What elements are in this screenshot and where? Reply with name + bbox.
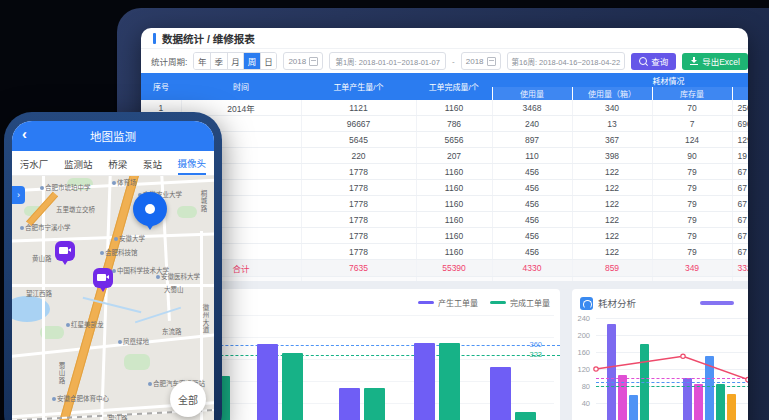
search-icon bbox=[639, 57, 647, 65]
phone-header: ‹ 地图监测 bbox=[12, 121, 214, 151]
col-group-consumables: 耗材情况 bbox=[492, 73, 748, 87]
selected-location-pin[interactable] bbox=[133, 192, 167, 226]
back-icon[interactable]: ‹ bbox=[22, 125, 27, 142]
y-axis-tick: 40 bbox=[572, 399, 590, 408]
phone-tab-监测站[interactable]: 监测站 bbox=[64, 153, 93, 174]
map-view[interactable]: › 全部 合肥市琥珀中学体育场安徽农业大学五里墩立交桥桐城路合肥市宁溪小学安徽大… bbox=[12, 176, 214, 420]
camera-marker[interactable] bbox=[93, 268, 113, 288]
calendar-icon bbox=[309, 57, 318, 66]
table-row: 177811604561227967 bbox=[141, 244, 748, 260]
y-axis-tick: 240 bbox=[572, 314, 590, 323]
reference-label: 360 bbox=[529, 340, 542, 349]
start-year-select[interactable]: 2018 bbox=[283, 52, 323, 70]
reference-line bbox=[596, 382, 748, 383]
breadcrumb-text: 数据统计 / 维修报表 bbox=[162, 31, 255, 46]
bar[interactable] bbox=[727, 394, 736, 420]
map-label: 凤凰绿地 bbox=[118, 336, 149, 346]
map-label: 合肥市琥珀中学 bbox=[40, 182, 91, 192]
bar[interactable] bbox=[282, 353, 303, 420]
period-option-日[interactable]: 日 bbox=[261, 53, 277, 69]
bar[interactable] bbox=[716, 384, 725, 420]
table-row: 177811604561227967 bbox=[141, 164, 748, 180]
phone-tab-摄像头[interactable]: 摄像头 bbox=[178, 152, 207, 175]
export-excel-button[interactable]: 导出Excel bbox=[682, 53, 748, 70]
map-label: 体育场 bbox=[112, 177, 137, 187]
period-option-年[interactable]: 年 bbox=[194, 53, 211, 69]
reference-line bbox=[596, 386, 748, 387]
table-row: 177811604561227967 bbox=[141, 212, 748, 228]
filter-bar: 统计周期: 年季月周日 2018 第1周: 2018-01-01~2018-01… bbox=[141, 49, 748, 73]
workorder-chart-legend[interactable]: 产生工单量完成工单量 bbox=[418, 297, 550, 308]
reference-label: 323 bbox=[529, 350, 542, 359]
map-river bbox=[135, 307, 181, 324]
phone-screen: ‹ 地图监测 污水厂监测站桥梁泵站摄像头 › bbox=[12, 121, 214, 420]
gridline bbox=[596, 352, 748, 353]
map-label: 合肥市宁溪小学 bbox=[20, 222, 71, 232]
camera-marker[interactable] bbox=[55, 241, 75, 261]
y-axis-tick: 120 bbox=[572, 365, 590, 374]
report-table: 序号 时间 工单产生量/个 工单完成量/个 耗材情况 使用量使用量（箱）库存量余… bbox=[141, 73, 748, 294]
query-button[interactable]: 查询 bbox=[631, 53, 676, 70]
bar[interactable] bbox=[257, 344, 278, 420]
bar[interactable] bbox=[629, 395, 638, 420]
phone-tab-污水厂[interactable]: 污水厂 bbox=[20, 153, 49, 174]
breadcrumb-accent-bar bbox=[153, 33, 156, 44]
map-label: 望江西路 bbox=[26, 288, 52, 298]
table-row: 12014年112111603468340702508 bbox=[141, 100, 748, 116]
map-park bbox=[124, 354, 150, 370]
sub-col-header: 使用量（箱） bbox=[572, 87, 652, 100]
map-label: 安徽医科大学 bbox=[156, 271, 200, 281]
bar[interactable] bbox=[607, 324, 616, 420]
bar[interactable] bbox=[364, 388, 385, 420]
period-segmented-control[interactable]: 年季月周日 bbox=[193, 52, 277, 70]
map-label: 桐城路 bbox=[198, 190, 208, 213]
map-park bbox=[177, 206, 197, 218]
consumables-chart-plot: 2402001601208040 bbox=[572, 289, 748, 420]
phone-page-title: 地图监测 bbox=[90, 128, 136, 144]
map-label: 蜀山路 bbox=[56, 362, 66, 385]
expand-icon[interactable]: › bbox=[12, 186, 25, 204]
map-label: 安徽合肥体育中心 bbox=[52, 393, 109, 403]
gridline bbox=[596, 318, 748, 319]
end-week-field[interactable]: 第16周: 2018-04-16~2018-04-22 bbox=[507, 52, 626, 70]
consumables-chart: 耗材分析 2402001601208040 bbox=[572, 289, 748, 420]
dashboard-card: 数据统计 / 维修报表 统计周期: 年季月周日 2018 第1周: 2018-0… bbox=[141, 28, 748, 420]
calendar-icon bbox=[487, 57, 496, 66]
legend-item[interactable]: 产生工单量 bbox=[418, 297, 478, 308]
map-label: 黄山路 bbox=[32, 253, 52, 263]
phone-tab-桥梁[interactable]: 桥梁 bbox=[108, 153, 127, 174]
period-option-周[interactable]: 周 bbox=[244, 53, 261, 69]
table-row: 96667786240137690 bbox=[141, 116, 748, 132]
map-label: 东流路 bbox=[162, 326, 182, 336]
map-label: 合肥科技馆 bbox=[100, 247, 138, 257]
sub-col-header: 使用量 bbox=[492, 87, 572, 100]
bar[interactable] bbox=[705, 356, 714, 420]
breadcrumb: 数据统计 / 维修报表 bbox=[141, 28, 748, 49]
y-axis-tick: 160 bbox=[572, 348, 590, 357]
legend-item[interactable]: 完成工单量 bbox=[490, 297, 550, 308]
period-option-季[interactable]: 季 bbox=[211, 53, 228, 69]
bar[interactable] bbox=[515, 412, 536, 420]
period-option-月[interactable]: 月 bbox=[228, 53, 245, 69]
bar[interactable] bbox=[490, 367, 511, 420]
map-label: 五里墩立交桥 bbox=[56, 204, 95, 214]
bar[interactable] bbox=[339, 388, 360, 420]
map-label: 望江路 bbox=[108, 413, 128, 420]
end-year-select[interactable]: 2018 bbox=[461, 52, 501, 70]
bar[interactable] bbox=[683, 378, 692, 420]
range-separator: - bbox=[452, 57, 455, 66]
bar[interactable] bbox=[439, 343, 460, 420]
map-label: 大蜀山 bbox=[164, 284, 184, 294]
all-filter-button[interactable]: 全部 bbox=[170, 381, 206, 417]
y-axis-tick: 80 bbox=[572, 382, 590, 391]
col-header-created: 工单产生量/个 bbox=[301, 73, 416, 100]
start-week-field[interactable]: 第1周: 2018-01-01~2018-01-07 bbox=[329, 52, 446, 70]
bar[interactable] bbox=[414, 343, 435, 420]
phone-tab-泵站[interactable]: 泵站 bbox=[143, 153, 162, 174]
table-body: 12014年1121116034683407025089666778624013… bbox=[141, 100, 748, 294]
table-row: 177811604561227967 bbox=[141, 196, 748, 212]
map-label: 安徽大学 bbox=[114, 233, 145, 243]
reference-line bbox=[596, 378, 748, 379]
phone-mockup: ‹ 地图监测 污水厂监测站桥梁泵站摄像头 › bbox=[4, 112, 222, 420]
bar[interactable] bbox=[694, 384, 703, 420]
